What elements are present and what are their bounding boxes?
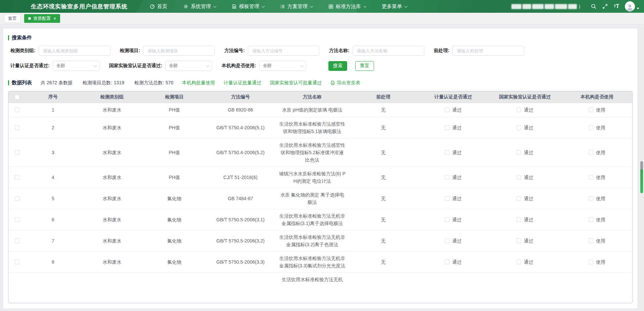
search-section-title: 搜索条件 [12,35,32,41]
vertical-scrollbar[interactable] [639,25,644,311]
category-group-cell: 水和废水 [80,167,144,188]
org-use-checkbox[interactable] [589,260,593,264]
user-menu[interactable] [625,1,639,11]
metrology-pass-checkbox[interactable] [445,238,450,243]
field-org-use: 本机构是否使用: 全部 [222,61,306,71]
stat-test-methods: 检测方法总数:570 [134,80,173,86]
metrology-pass-checkbox[interactable] [445,260,450,264]
national-pass-checkbox[interactable] [516,196,521,201]
national-pass-checkbox[interactable] [516,175,521,180]
national-pass-checkbox[interactable] [516,260,521,264]
font-size-icon[interactable]: TT [611,0,622,13]
stat-label: 检测方法总数: [134,80,164,85]
library-icon [328,4,333,9]
method-name-cell: 水质 氟化物的测定 离子选择电极法 [276,188,349,209]
menu-item-plan[interactable]: 方案管理 [272,0,320,13]
metrology-pass-checkbox[interactable] [445,175,450,180]
export-qualification-link[interactable]: 导出资质表 [330,80,360,86]
row-checkbox[interactable] [15,150,19,155]
checkbox-label: 通过 [524,259,533,265]
national-pass-checkbox[interactable] [516,217,521,222]
menu-item-template[interactable]: 模板管理 [224,0,272,13]
menu-item-standard-library[interactable]: 标准方法库 [320,0,374,13]
org-use-cell: 使用 [562,138,632,167]
field-test-item: 检测项目: [120,46,215,56]
scrollbar-thumb-green[interactable] [640,169,643,193]
org-use-checkbox[interactable] [589,150,593,155]
field-method-code: 方法编号: [224,46,320,56]
checkbox-label: 通过 [452,217,462,222]
tab-label: 资质配置 [33,15,51,21]
metrology-cert-select[interactable]: 全部 [53,61,100,71]
row-select-cell [8,167,26,188]
org-use-checkbox[interactable] [589,238,593,243]
close-icon[interactable]: × [53,16,56,21]
method-name-input[interactable] [353,46,424,56]
table-row: 5 水和废水 氟化物 GB 7484-87 水质 氟化物的测定 离子选择电极法 … [8,188,632,209]
national-pass-checkbox[interactable] [516,238,521,243]
test-category-group-input[interactable] [39,46,110,56]
menu-label: 更多菜单 [382,3,402,10]
metrology-pass-checkbox[interactable] [445,217,450,222]
index-cell: 6 [26,209,80,230]
index-cell: 8 [26,251,80,272]
org-use-checkbox[interactable] [589,175,593,180]
select-all-checkbox[interactable] [15,95,19,99]
batch-metrology-pass-link[interactable]: 计量认证批量通过 [224,80,261,86]
test-item-input[interactable] [143,46,215,56]
reset-button[interactable]: 重置 [355,61,374,71]
column-header: 前处理 [349,91,418,103]
field-label: 计量认证是否通过: [10,63,50,69]
section-accent-bar [8,80,9,85]
org-use-checkbox[interactable] [589,125,593,130]
tab-qualification-config[interactable]: 资质配置 × [24,14,60,23]
org-use-checkbox[interactable] [589,196,593,201]
metrology-pass-checkbox[interactable] [445,196,450,201]
checkbox-label: 通过 [452,107,462,113]
tab-home[interactable]: 首页 [4,14,21,23]
national-pass-checkbox[interactable] [516,107,521,112]
search-section-header: 搜索条件 [8,35,633,41]
menu-label: 标准方法库 [336,3,361,10]
table-row: 6 水和废水 氟化物 GB/T 5750.5-2006(3.1) 生活饮用水标准… [8,209,632,230]
metrology-pass-checkbox[interactable] [445,107,450,112]
metrology-pass-cell: 通过 [418,103,488,117]
row-checkbox[interactable] [15,196,19,201]
national-pass-checkbox[interactable] [516,125,521,130]
method-code-cell: GB 6920-86 [205,103,276,117]
national-pass-checkbox[interactable] [516,150,521,155]
row-checkbox[interactable] [15,217,19,222]
method-code-input[interactable] [248,46,320,56]
row-checkbox[interactable] [15,238,19,243]
category-group-cell: 水和废水 [80,103,144,117]
search-icon[interactable] [588,0,599,13]
row-checkbox[interactable] [15,260,19,264]
menu-item-system[interactable]: 系统管理 [175,0,224,13]
search-button[interactable]: 搜索 [328,61,347,71]
tab-label: 首页 [8,15,17,21]
checkbox-label: 通过 [452,259,462,265]
fullscreen-icon[interactable] [599,0,611,13]
row-checkbox[interactable] [15,125,19,130]
pretreatment-cell: 无 [349,188,418,209]
column-header: 检测项目 [144,91,205,103]
batch-national-pass-link[interactable]: 国家实验室认可批量通过 [270,80,322,86]
table-row: 8 水和废水 氟化物 GB/T 5750.5-2006(3.3) 生活饮用水标准… [8,251,632,272]
total-count-text: 共 2672 条数据 [41,80,73,86]
row-checkbox[interactable] [15,107,19,112]
method-code-cell: GB 7484-87 [205,188,276,209]
org-use-checkbox[interactable] [589,107,593,112]
org-use-select[interactable]: 全部 [259,61,306,71]
pretreatment-input[interactable] [452,46,524,56]
search-form-row-2: 计量认证是否通过: 全部 国家实验室认证是否通过: 全部 本机构是否使用: 全部… [10,61,633,71]
pretreatment-cell: 无 [349,103,418,117]
metrology-pass-checkbox[interactable] [445,150,450,155]
row-checkbox[interactable] [15,175,19,180]
org-use-checkbox[interactable] [589,217,593,222]
menu-item-more[interactable]: 更多菜单 [374,0,415,13]
national-lab-cert-select[interactable]: 全部 [165,61,212,71]
chevron-down-icon [206,64,210,67]
metrology-pass-checkbox[interactable] [445,125,450,130]
batch-use-link[interactable]: 本机构批量使用 [182,80,215,86]
menu-item-home[interactable]: 首页 [142,0,175,13]
